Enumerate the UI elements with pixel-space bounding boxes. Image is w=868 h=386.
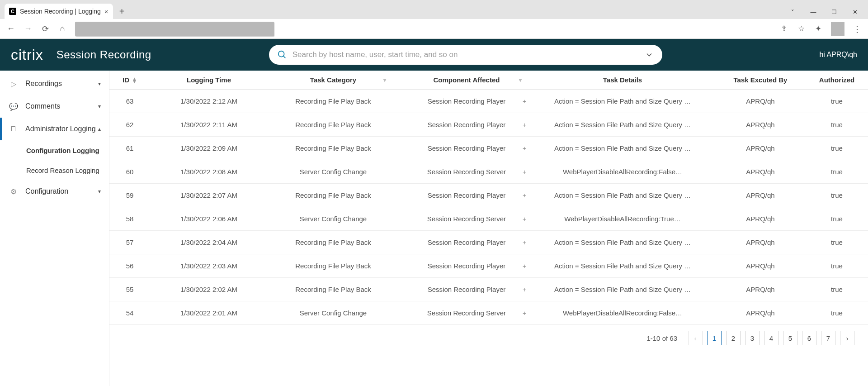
sidebar-sub-label: Record Reason Logging: [26, 167, 99, 174]
cell-time: 1/30/2022 2:03 AM: [150, 262, 268, 270]
table-row[interactable]: 611/30/2022 2:09 AMRecording File Play B…: [109, 137, 868, 160]
svg-line-1: [283, 56, 285, 58]
close-tab-icon[interactable]: ×: [104, 8, 108, 15]
sidebar-item-configuration[interactable]: ⚙ Configuration ▾: [0, 180, 109, 203]
col-header-id[interactable]: ID ▲▼: [109, 76, 150, 84]
forward-button[interactable]: →: [22, 23, 34, 35]
expand-row-icon[interactable]: +: [519, 121, 530, 129]
search-box[interactable]: [269, 45, 662, 65]
chevron-down-icon: ▾: [98, 188, 101, 195]
favicon-icon: C: [9, 8, 16, 15]
expand-row-icon[interactable]: +: [519, 262, 530, 270]
home-button[interactable]: ⌂: [56, 23, 69, 35]
col-header-task-category[interactable]: Task Category ▾: [268, 76, 399, 84]
chevron-down-icon: ▾: [98, 103, 101, 110]
col-header-component-affected[interactable]: Component Affected ▾: [399, 76, 534, 84]
page-button-5[interactable]: 5: [783, 331, 797, 345]
page-button-7[interactable]: 7: [821, 331, 835, 345]
table-row[interactable]: 541/30/2022 2:01 AMServer Config ChangeS…: [109, 301, 868, 325]
close-window-button[interactable]: ✕: [844, 5, 865, 19]
chevron-down-icon[interactable]: ˅: [782, 5, 803, 19]
table-row[interactable]: 631/30/2022 2:12 AMRecording File Play B…: [109, 90, 868, 113]
expand-row-icon[interactable]: +: [519, 168, 530, 176]
sidebar-item-admin-logging[interactable]: 🗒 Administrator Logging ▴: [0, 118, 109, 140]
cell-executed-by: APRQ/qh: [711, 97, 810, 105]
page-button-2[interactable]: 2: [726, 331, 741, 345]
expand-row-icon[interactable]: +: [519, 239, 530, 246]
browser-menu-icon[interactable]: ⋮: [851, 23, 863, 35]
cell-component: Session Recording Player+: [399, 286, 534, 293]
cell-time: 1/30/2022 2:06 AM: [150, 215, 268, 223]
reload-button[interactable]: ⟳: [39, 23, 52, 35]
back-button[interactable]: ←: [5, 23, 17, 35]
cell-id: 60: [109, 168, 150, 176]
table-row[interactable]: 581/30/2022 2:06 AMServer Config ChangeS…: [109, 207, 868, 231]
expand-row-icon[interactable]: +: [519, 98, 530, 105]
expand-row-icon[interactable]: +: [519, 286, 530, 293]
address-bar[interactable]: [75, 22, 274, 36]
cell-category: Server Config Change: [268, 309, 399, 317]
page-button-3[interactable]: 3: [745, 331, 760, 345]
user-greeting[interactable]: hi APRQ\qh: [819, 51, 857, 59]
sidebar-label: Administrator Logging: [25, 125, 96, 133]
filter-icon[interactable]: ▾: [519, 77, 522, 83]
table-row[interactable]: 571/30/2022 2:04 AMRecording File Play B…: [109, 231, 868, 254]
cell-time: 1/30/2022 2:09 AM: [150, 144, 268, 152]
star-icon[interactable]: ☆: [795, 23, 807, 35]
col-label: Logging Time: [187, 76, 231, 84]
col-label: Component Affected: [434, 76, 500, 84]
cell-category: Server Config Change: [268, 168, 399, 176]
expand-row-icon[interactable]: +: [519, 215, 530, 223]
sort-icon[interactable]: ▲▼: [132, 77, 137, 83]
search-expand-icon[interactable]: [644, 50, 654, 59]
sidebar: ▷ Recordings ▾ 💬 Comments ▾ 🗒 Administra…: [0, 71, 109, 386]
play-icon: ▷: [8, 80, 19, 88]
col-header-executed-by[interactable]: Task Excuted By: [711, 76, 810, 84]
minimize-button[interactable]: —: [803, 5, 824, 19]
page-button-4[interactable]: 4: [764, 331, 778, 345]
cell-authorized: true: [810, 262, 863, 270]
sidebar-sub-configuration-logging[interactable]: Configuration Logging: [0, 140, 109, 160]
page-button-6[interactable]: 6: [802, 331, 816, 345]
sidebar-sub-record-reason-logging[interactable]: Record Reason Logging: [0, 160, 109, 180]
col-header-task-details[interactable]: Task Details: [534, 76, 711, 84]
sidebar-item-recordings[interactable]: ▷ Recordings ▾: [0, 72, 109, 95]
cell-id: 59: [109, 191, 150, 199]
maximize-button[interactable]: ☐: [824, 5, 844, 19]
filter-icon[interactable]: ▾: [383, 77, 386, 83]
expand-row-icon[interactable]: +: [519, 145, 530, 152]
next-page-button[interactable]: ›: [840, 331, 854, 345]
table-row[interactable]: 551/30/2022 2:02 AMRecording File Play B…: [109, 278, 868, 301]
col-header-logging-time[interactable]: Logging Time: [150, 76, 268, 84]
cell-component: Session Recording Player+: [399, 97, 534, 105]
page-button-1[interactable]: 1: [707, 331, 722, 345]
cell-id: 58: [109, 215, 150, 223]
prev-page-button[interactable]: ‹: [688, 331, 703, 345]
table-row[interactable]: 561/30/2022 2:03 AMRecording File Play B…: [109, 254, 868, 278]
expand-row-icon[interactable]: +: [519, 310, 530, 317]
sidebar-item-comments[interactable]: 💬 Comments ▾: [0, 95, 109, 118]
cell-time: 1/30/2022 2:04 AM: [150, 238, 268, 246]
search-input[interactable]: [287, 50, 644, 59]
extensions-icon[interactable]: ✦: [812, 23, 825, 35]
cell-id: 61: [109, 144, 150, 152]
col-header-authorized[interactable]: Authorized: [810, 76, 863, 84]
browser-tab[interactable]: C Session Recording | Logging ×: [5, 4, 113, 19]
pagination-info: 1-10 of 63: [646, 334, 677, 342]
share-icon[interactable]: ⇪: [778, 23, 790, 35]
cell-executed-by: APRQ/qh: [711, 121, 810, 129]
cell-component: Session Recording Player+: [399, 121, 534, 129]
cell-executed-by: APRQ/qh: [711, 215, 810, 223]
cell-details: Action = Session File Path and Size Quer…: [534, 121, 711, 129]
browser-nav-row: ← → ⟳ ⌂ ⇪ ☆ ✦ ⋮: [0, 19, 868, 39]
expand-row-icon[interactable]: +: [519, 192, 530, 199]
profile-avatar[interactable]: [831, 22, 844, 36]
table-body: 631/30/2022 2:12 AMRecording File Play B…: [109, 90, 868, 325]
cell-component: Session Recording Server+: [399, 309, 534, 317]
cell-details: Action = Session File Path and Size Quer…: [534, 144, 711, 152]
table-row[interactable]: 601/30/2022 2:08 AMServer Config ChangeS…: [109, 160, 868, 184]
comment-icon: 💬: [8, 102, 19, 111]
new-tab-button[interactable]: +: [116, 5, 128, 18]
table-row[interactable]: 621/30/2022 2:11 AMRecording File Play B…: [109, 113, 868, 137]
table-row[interactable]: 591/30/2022 2:07 AMRecording File Play B…: [109, 184, 868, 207]
